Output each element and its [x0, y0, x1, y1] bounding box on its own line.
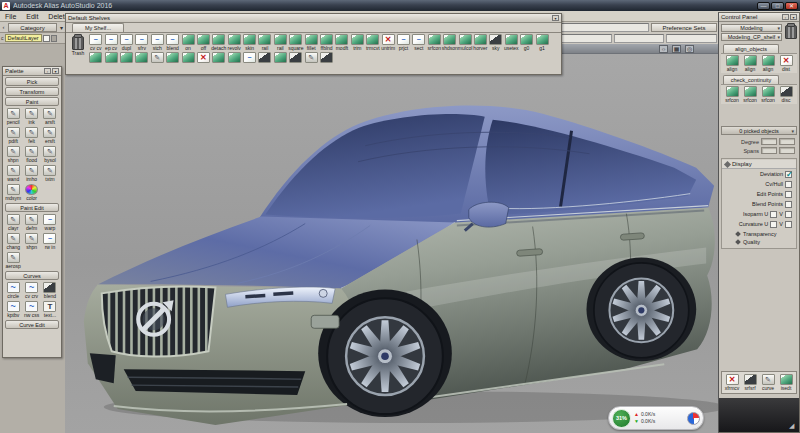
shelves-title-bar[interactable]: Default Shelves ▾ [66, 14, 561, 23]
tool-icon[interactable] [228, 34, 241, 45]
tool-icon[interactable] [320, 34, 333, 45]
shelf-tool2-11[interactable] [242, 52, 257, 63]
side-mirror[interactable] [469, 202, 509, 227]
tool-icon[interactable] [212, 34, 225, 45]
cp-curve[interactable]: curve [759, 374, 777, 391]
shelf-tool-sfrv[interactable]: sfrv [134, 34, 149, 51]
lamp-icon[interactable] [659, 45, 668, 53]
tab-align-objects[interactable]: align_objects [723, 44, 779, 53]
shelf-tool-stch[interactable]: stch [150, 34, 165, 51]
v-checkbox[interactable] [785, 211, 792, 218]
shelf-tool2-13[interactable] [273, 52, 288, 63]
pedit-warp[interactable]: warp [41, 214, 59, 231]
palette-icon[interactable] [25, 233, 38, 244]
paint-arsft[interactable]: arsft [41, 108, 59, 125]
pedit-chang[interactable]: chang [4, 233, 22, 250]
shelf-tool-sky[interactable]: sky [488, 34, 503, 51]
paint-flood[interactable]: flood [22, 146, 40, 163]
tool-icon[interactable] [182, 34, 195, 45]
palette-tab-curves[interactable]: Curves [5, 271, 59, 280]
paint-txtm[interactable]: txtm [41, 165, 59, 182]
shelf-tool2-14[interactable] [288, 52, 303, 63]
tool-icon[interactable] [382, 34, 395, 45]
shelf-tool-sect[interactable]: sect [411, 34, 426, 51]
shelf-tool-untrim[interactable]: untrim [380, 34, 395, 51]
tool-icon[interactable] [135, 52, 148, 63]
tool-icon[interactable] [182, 52, 195, 63]
cpanel-min-icon[interactable]: ▫ [782, 14, 789, 20]
tool-icon[interactable] [120, 34, 133, 45]
tool-icon[interactable] [258, 52, 271, 63]
tool-icon[interactable] [274, 34, 287, 45]
minimize-button[interactable]: — [757, 2, 770, 10]
shelves-collapse-icon[interactable]: ▾ [552, 15, 559, 21]
shelf-tool2-16[interactable] [319, 52, 334, 63]
shelf-tool-g1[interactable]: g1 [534, 34, 549, 51]
palette-tab-paint[interactable]: Paint [5, 97, 59, 106]
tool-icon[interactable] [335, 34, 348, 45]
cp-disc[interactable]: disc [777, 86, 795, 103]
palette-tab-paint-edit[interactable]: Paint Edit [5, 203, 59, 212]
palette-icon[interactable] [7, 108, 20, 119]
tool-icon[interactable] [520, 34, 533, 45]
shelf-trash[interactable]: Trash [68, 34, 88, 73]
paint-ink[interactable]: ink [22, 108, 40, 125]
tool-icon[interactable] [320, 52, 333, 63]
palette-icon[interactable] [25, 282, 38, 293]
shelf-tool2-3[interactable] [119, 52, 134, 63]
palette-icon[interactable] [7, 233, 20, 244]
cp-srfcon-1[interactable]: srfcon [723, 86, 741, 103]
tool-icon[interactable] [397, 34, 410, 45]
u-checkbox[interactable] [770, 211, 777, 218]
tool-icon[interactable] [228, 52, 241, 63]
degree-v-field[interactable] [779, 138, 795, 145]
checkbox[interactable] [785, 181, 792, 188]
curves-kptbv[interactable]: kptbv [4, 301, 22, 318]
shelf-tool-rail1[interactable]: rail [257, 34, 272, 51]
palette-icon[interactable] [25, 184, 38, 195]
menu-item[interactable]: File [0, 13, 21, 20]
cpanel-trash-icon[interactable] [785, 25, 797, 39]
tool-icon[interactable] [289, 34, 302, 45]
cpanel-icon[interactable] [744, 86, 757, 97]
shelf-tool2-5[interactable] [150, 52, 165, 63]
palette-icon[interactable] [7, 282, 20, 293]
tool-icon[interactable] [366, 34, 379, 45]
shelf-tool-trim[interactable]: trim [350, 34, 365, 51]
tool-icon[interactable] [505, 34, 518, 45]
palette-icon[interactable] [25, 146, 38, 157]
tool-icon[interactable] [151, 34, 164, 45]
palette-icon[interactable] [25, 214, 38, 225]
checkbox[interactable] [785, 191, 792, 198]
paint-bysol[interactable]: bysol [41, 146, 59, 163]
shelf-tool2-6[interactable] [165, 52, 180, 63]
shelf-tool2-1[interactable] [88, 52, 103, 63]
paint-felt[interactable]: felt [22, 127, 40, 144]
prompt-history-field[interactable] [614, 34, 665, 43]
tool-icon[interactable] [258, 34, 271, 45]
shelf-tool2-15[interactable] [303, 52, 318, 63]
cpanel-bottom-icon[interactable] [726, 374, 739, 385]
pedit-shpn[interactable]: shpn [22, 233, 40, 250]
cp-isedt[interactable]: isedt [777, 374, 795, 391]
cpanel-icon[interactable] [762, 55, 775, 66]
perspective-viewport[interactable]: 31% ▲0.0K/s ▼0.0K/s [65, 54, 718, 433]
shelf-tool-square[interactable]: square [288, 34, 303, 51]
palette-icon[interactable] [43, 165, 56, 176]
palette-tab-transform[interactable]: Transform [5, 87, 59, 96]
palette-icon[interactable] [7, 214, 20, 225]
shelf-tool-srfcon[interactable]: srfcon [427, 34, 442, 51]
palette-title-bar[interactable]: Palette ▫▾ [3, 67, 61, 76]
resize-grip-icon[interactable]: ◢ [789, 422, 797, 430]
v-checkbox[interactable] [785, 221, 792, 228]
pedit-clayr[interactable]: clayr [4, 214, 22, 231]
category-dropdown[interactable]: Category [8, 23, 57, 32]
tool-icon[interactable] [120, 52, 133, 63]
cp-srfcon-3[interactable]: srfcon [759, 86, 777, 103]
tool-icon[interactable] [305, 34, 318, 45]
shelf-tool-dupl[interactable]: dupl [119, 34, 134, 51]
prompt-history-field[interactable] [561, 34, 612, 43]
tab-check-continuity[interactable]: check_continuity [723, 75, 779, 84]
rear-wheel[interactable] [594, 263, 689, 358]
tool-icon[interactable] [428, 34, 441, 45]
